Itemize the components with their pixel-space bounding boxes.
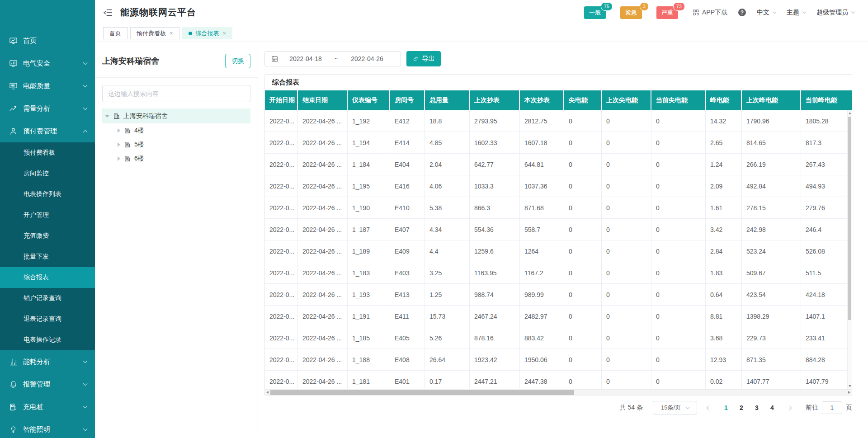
caret-right-icon[interactable] bbox=[118, 156, 120, 161]
vertical-scrollbar[interactable] bbox=[847, 110, 852, 389]
sidebar-subitem-account-open[interactable]: 开户管理 bbox=[0, 205, 95, 226]
horizontal-scrollbar[interactable] bbox=[265, 389, 852, 395]
tree-node-floor[interactable]: 4楼 bbox=[102, 123, 250, 137]
cell: 0 bbox=[651, 327, 706, 349]
demand-analysis-icon bbox=[9, 104, 18, 113]
language-label: 中文 bbox=[757, 9, 769, 17]
cell: 1_183 bbox=[348, 262, 390, 284]
sidebar-item-home[interactable]: 首页 bbox=[0, 29, 95, 52]
cell: 2022-0... bbox=[265, 371, 298, 389]
tree-panel-header: 上海安科瑞宿舍 切换 bbox=[102, 54, 250, 68]
scroll-down-icon[interactable] bbox=[849, 385, 851, 387]
cell: 1950.06 bbox=[520, 349, 564, 371]
table-header-row: 开始日期结束日期仪表编号房间号总用量上次抄表本次抄表尖电能上次尖电能当前尖电能峰… bbox=[265, 90, 852, 110]
scroll-right-icon[interactable] bbox=[848, 391, 850, 394]
tree-node-floor[interactable]: 5楼 bbox=[102, 137, 250, 151]
horizontal-scrollbar-thumb[interactable] bbox=[270, 390, 574, 395]
collapse-menu-icon[interactable] bbox=[103, 8, 113, 18]
building-icon bbox=[124, 141, 131, 148]
cell: 554.36 bbox=[470, 219, 520, 240]
caret-down-icon[interactable] bbox=[105, 115, 109, 118]
language-dropdown[interactable]: 中文 bbox=[757, 9, 776, 17]
switch-building-button[interactable]: 切换 bbox=[225, 54, 250, 68]
date-end-value[interactable]: 2022-04-26 bbox=[340, 55, 394, 62]
page-number-3[interactable]: 3 bbox=[751, 404, 763, 411]
sidebar-subitem-comprehensive-report[interactable]: 综合报表 bbox=[0, 267, 95, 288]
sidebar-item-alarm-management[interactable]: 报警管理 bbox=[0, 373, 95, 396]
sidebar-item-energy-analysis[interactable]: 能耗分析 bbox=[0, 350, 95, 373]
column-header: 上次抄表 bbox=[470, 90, 520, 110]
export-button[interactable]: 导出 bbox=[406, 51, 441, 66]
page-number-1[interactable]: 1 bbox=[720, 404, 732, 411]
tree-search-input[interactable] bbox=[102, 85, 250, 102]
cell: 0 bbox=[564, 371, 602, 389]
sidebar-subitem-recharge-payment[interactable]: 充值缴费 bbox=[0, 226, 95, 246]
calendar-icon bbox=[271, 55, 278, 62]
help-icon[interactable]: ? bbox=[738, 9, 746, 16]
page-number-4[interactable]: 4 bbox=[766, 404, 778, 411]
scroll-up-icon[interactable] bbox=[849, 112, 851, 114]
cell: 0 bbox=[602, 197, 651, 219]
sidebar-item-electric-safety[interactable]: 电气安全 bbox=[0, 52, 95, 75]
chevron-down-icon bbox=[83, 358, 88, 363]
sidebar-item-prepaid-management[interactable]: 预付费管理 bbox=[0, 120, 95, 142]
cell: 526.08 bbox=[801, 240, 852, 262]
alarm-badge-critical[interactable]: 严重 73 bbox=[656, 6, 678, 19]
cell: 4.85 bbox=[425, 132, 470, 154]
sidebar-subitem-meter-operation-list[interactable]: 电表操作列表 bbox=[0, 184, 95, 205]
sidebar-item-smart-lighting[interactable]: 智能照明 bbox=[0, 418, 95, 438]
cell: 494.93 bbox=[801, 175, 852, 197]
sidebar-subitem-room-monitor[interactable]: 房间监控 bbox=[0, 163, 95, 184]
date-separator: ~ bbox=[333, 55, 340, 62]
sidebar-subitem-meter-return-query[interactable]: 退表记录查询 bbox=[0, 309, 95, 330]
cell: 2022-0... bbox=[265, 306, 298, 327]
close-icon[interactable]: × bbox=[223, 30, 226, 36]
tree-node-floor[interactable]: 6楼 bbox=[102, 151, 250, 165]
tab-comprehensive-report[interactable]: 综合报表 × bbox=[182, 27, 233, 39]
cell: E408 bbox=[390, 349, 425, 371]
column-header: 总用量 bbox=[425, 90, 470, 110]
tab-prepaid-dashboard[interactable]: 预付费看板 × bbox=[130, 27, 179, 39]
page-number-2[interactable]: 2 bbox=[736, 404, 747, 411]
prev-page-button[interactable] bbox=[707, 405, 711, 410]
goto-page-input[interactable] bbox=[822, 401, 842, 414]
cell: 2022-0... bbox=[265, 154, 298, 175]
sidebar-subitem-meter-operation-record[interactable]: 电表操作记录 bbox=[0, 330, 95, 350]
alarm-badge-general[interactable]: 一般 75 bbox=[584, 6, 606, 19]
tab-bar: 首页 预付费看板 × 综合报表 × bbox=[95, 25, 868, 42]
date-range-picker[interactable]: 2022-04-18 ~ 2022-04-26 bbox=[264, 51, 401, 66]
theme-dropdown[interactable]: 主题 bbox=[787, 9, 806, 17]
close-icon[interactable]: × bbox=[170, 30, 173, 36]
scroll-left-icon[interactable] bbox=[266, 391, 269, 394]
caret-right-icon[interactable] bbox=[118, 142, 120, 147]
date-start-value[interactable]: 2022-04-18 bbox=[278, 55, 333, 62]
sidebar-subitem-batch-dispatch[interactable]: 批量下发 bbox=[0, 246, 95, 267]
sidebar-subitem-account-cancel-query[interactable]: 销户记录查询 bbox=[0, 288, 95, 309]
sidebar-item-demand-analysis[interactable]: 需量分析 bbox=[0, 97, 95, 120]
sidebar-item-label: 充电桩 bbox=[23, 403, 43, 411]
tab-home[interactable]: 首页 bbox=[103, 27, 127, 39]
pagination: 共 54 条 15条/页 1234 前往 页 bbox=[264, 401, 852, 414]
page-size-select[interactable]: 15条/页 bbox=[653, 401, 697, 414]
cell: 2022-04-26 ... bbox=[298, 132, 348, 154]
cell: 0 bbox=[602, 175, 651, 197]
user-dropdown[interactable]: 超级管理员 bbox=[816, 9, 854, 17]
app-download-link[interactable]: APP下载 bbox=[693, 9, 727, 17]
user-label: 超级管理员 bbox=[816, 9, 848, 17]
sidebar-item-power-quality[interactable]: 电能质量 bbox=[0, 75, 95, 97]
column-header: 开始日期 bbox=[265, 90, 298, 110]
vertical-scrollbar-thumb[interactable] bbox=[848, 117, 851, 320]
cell: 2.04 bbox=[425, 154, 470, 175]
alarm-badge-urgent[interactable]: 紧急 3 bbox=[620, 6, 642, 19]
cell: 0 bbox=[651, 175, 706, 197]
caret-right-icon[interactable] bbox=[118, 128, 120, 133]
cell: 0 bbox=[602, 327, 651, 349]
cell: 0 bbox=[564, 175, 602, 197]
cell: 0 bbox=[651, 284, 706, 306]
cell: 2022-0... bbox=[265, 240, 298, 262]
sidebar-subitem-prepaid-dashboard[interactable]: 预付费看板 bbox=[0, 142, 95, 163]
next-page-button[interactable] bbox=[788, 405, 792, 410]
sidebar-item-charging-pile[interactable]: 充电桩 bbox=[0, 396, 95, 418]
tree-node-root[interactable]: 上海安科瑞宿舍 bbox=[102, 108, 250, 123]
sidebar-subitem-label: 退表记录查询 bbox=[24, 315, 61, 323]
